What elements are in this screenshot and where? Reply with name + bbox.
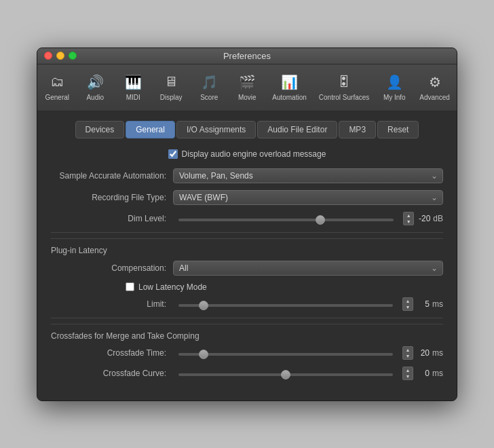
- limit-slider[interactable]: [178, 304, 393, 307]
- recording-file-type-select[interactable]: AIFF WAVE (BWF) CAF: [173, 190, 443, 205]
- display-overload-label: Display audio engine overload message: [182, 149, 326, 159]
- toolbar-item-general[interactable]: 🗂 General: [39, 70, 75, 104]
- recording-file-type-label: Recording File Type:: [51, 193, 173, 202]
- crossfades-header: Crossfades for Merge and Take Comping: [51, 324, 443, 346]
- recording-file-type-row: Recording File Type: AIFF WAVE (BWF) CAF: [51, 190, 443, 205]
- compensation-row: Compensation: None Audio and Instrument …: [51, 261, 443, 276]
- crossfade-curve-unit: ms: [432, 369, 443, 378]
- dim-level-value-box: ▲ ▼ -20 dB: [403, 212, 443, 225]
- tab-bar: Devices General I/O Assignments Audio Fi…: [51, 121, 443, 138]
- limit-value: 5: [415, 299, 430, 309]
- divider-2: [51, 318, 443, 318]
- form-area: Display audio engine overload message Sa…: [51, 149, 443, 380]
- sample-accurate-label: Sample Accurate Automation:: [51, 171, 173, 181]
- automation-icon: 📊: [280, 73, 299, 92]
- display-icon: 🖥: [162, 73, 180, 92]
- content-area: Devices General I/O Assignments Audio Fi…: [37, 111, 457, 400]
- toolbar-label-movie: Movie: [238, 94, 256, 101]
- tab-general[interactable]: General: [126, 121, 175, 138]
- sample-accurate-select-wrapper: Off Volume Volume, Pan Volume, Pan, Send…: [173, 168, 443, 183]
- toolbar-item-control-surfaces[interactable]: 🎛 Control Surfaces: [314, 70, 375, 104]
- toolbar-item-midi[interactable]: 🎹 MIDI: [115, 70, 151, 104]
- dim-level-row: Dim Level: ▲ ▼ -20 dB: [51, 212, 443, 225]
- limit-down-button[interactable]: ▼: [403, 304, 413, 310]
- tab-devices[interactable]: Devices: [75, 121, 125, 138]
- tab-audio-file-editor[interactable]: Audio File Editor: [257, 121, 337, 138]
- crossfade-curve-value: 0: [415, 369, 430, 378]
- traffic-lights: [44, 52, 77, 60]
- crossfade-curve-slider-container: [173, 369, 398, 378]
- crossfade-time-up-button[interactable]: ▲: [403, 347, 413, 353]
- minimize-button[interactable]: [56, 52, 64, 60]
- limit-row: Limit: ▲ ▼ 5 ms: [51, 297, 443, 311]
- low-latency-checkbox[interactable]: [126, 282, 134, 291]
- toolbar-label-control-surfaces: Control Surfaces: [319, 94, 369, 101]
- dim-level-up-button[interactable]: ▲: [404, 212, 413, 219]
- dim-level-stepper: ▲ ▼: [403, 212, 414, 225]
- dim-level-unit: dB: [433, 214, 443, 223]
- dim-level-slider-container: [173, 214, 399, 223]
- compensation-label: Compensation:: [51, 263, 173, 273]
- sample-accurate-select[interactable]: Off Volume Volume, Pan Volume, Pan, Send…: [173, 168, 443, 183]
- close-button[interactable]: [44, 52, 52, 60]
- crossfade-curve-up-button[interactable]: ▲: [403, 367, 413, 373]
- score-icon: 🎵: [200, 73, 218, 92]
- low-latency-label: Low Latency Mode: [138, 282, 207, 292]
- midi-icon: 🎹: [124, 73, 142, 92]
- advanced-icon: ⚙: [425, 73, 444, 92]
- crossfade-time-down-button[interactable]: ▼: [403, 353, 413, 359]
- toolbar-item-display[interactable]: 🖥 Display: [153, 70, 189, 104]
- tab-io-assignments[interactable]: I/O Assignments: [176, 121, 256, 138]
- limit-up-button[interactable]: ▲: [403, 298, 413, 304]
- limit-slider-container: [173, 299, 398, 309]
- display-overload-checkbox[interactable]: [168, 149, 178, 159]
- toolbar-item-movie[interactable]: 🎬 Movie: [229, 70, 265, 104]
- movie-icon: 🎬: [238, 73, 256, 92]
- tab-mp3[interactable]: MP3: [339, 121, 376, 138]
- dim-level-value: -20: [415, 214, 430, 223]
- toolbar-label-audio: Audio: [86, 94, 104, 101]
- crossfade-curve-down-button[interactable]: ▼: [403, 373, 413, 379]
- crossfade-curve-label: Crossfade Curve:: [51, 369, 173, 378]
- my-info-icon: 👤: [385, 73, 404, 92]
- toolbar-item-score[interactable]: 🎵 Score: [191, 70, 227, 104]
- crossfade-curve-stepper: ▲ ▼: [402, 367, 413, 380]
- crossfade-time-row: Crossfade Time: ▲ ▼ 20 ms: [51, 346, 443, 360]
- dim-level-label: Dim Level:: [51, 214, 173, 223]
- toolbar-item-audio[interactable]: 🔊 Audio: [77, 70, 113, 104]
- toolbar-item-automation[interactable]: 📊 Automation: [267, 70, 312, 104]
- titlebar: Preferences: [37, 48, 457, 64]
- crossfade-curve-slider[interactable]: [178, 373, 393, 376]
- general-icon: 🗂: [48, 73, 66, 92]
- preferences-window: Preferences 🗂 General 🔊 Audio 🎹 MIDI 🖥 D…: [37, 48, 457, 401]
- recording-file-type-select-wrapper: AIFF WAVE (BWF) CAF: [173, 190, 443, 205]
- limit-stepper: ▲ ▼: [402, 297, 413, 311]
- divider-1: [51, 232, 443, 233]
- toolbar-label-general: General: [45, 94, 69, 101]
- toolbar-item-advanced[interactable]: ⚙ Advanced: [414, 70, 455, 104]
- crossfade-time-slider[interactable]: [178, 353, 393, 356]
- audio-icon: 🔊: [86, 73, 104, 92]
- toolbar-label-automation: Automation: [272, 94, 307, 101]
- compensation-select[interactable]: None Audio and Instrument Tracks All: [173, 261, 443, 276]
- toolbar-label-midi: MIDI: [126, 94, 140, 101]
- dim-level-down-button[interactable]: ▼: [404, 219, 413, 225]
- plugin-latency-header: Plug-in Latency: [51, 238, 443, 261]
- toolbar-label-score: Score: [200, 94, 218, 101]
- crossfade-time-unit: ms: [432, 348, 443, 358]
- crossfade-time-stepper: ▲ ▼: [402, 346, 413, 360]
- dim-level-slider[interactable]: [178, 219, 394, 221]
- toolbar-label-display: Display: [160, 94, 183, 101]
- sample-accurate-row: Sample Accurate Automation: Off Volume V…: [51, 168, 443, 183]
- toolbar-item-my-info[interactable]: 👤 My Info: [376, 70, 413, 104]
- tab-reset[interactable]: Reset: [377, 121, 419, 138]
- crossfade-time-value: 20: [415, 348, 430, 358]
- maximize-button[interactable]: [69, 52, 77, 60]
- limit-value-box: ▲ ▼ 5 ms: [402, 297, 443, 311]
- crossfade-time-label: Crossfade Time:: [51, 348, 173, 358]
- crossfade-curve-row: Crossfade Curve: ▲ ▼ 0 ms: [51, 367, 443, 380]
- control-surfaces-icon: 🎛: [335, 73, 354, 92]
- toolbar-label-advanced: Advanced: [419, 94, 449, 101]
- limit-label: Limit:: [51, 299, 173, 309]
- toolbar: 🗂 General 🔊 Audio 🎹 MIDI 🖥 Display 🎵 Sco…: [37, 64, 457, 111]
